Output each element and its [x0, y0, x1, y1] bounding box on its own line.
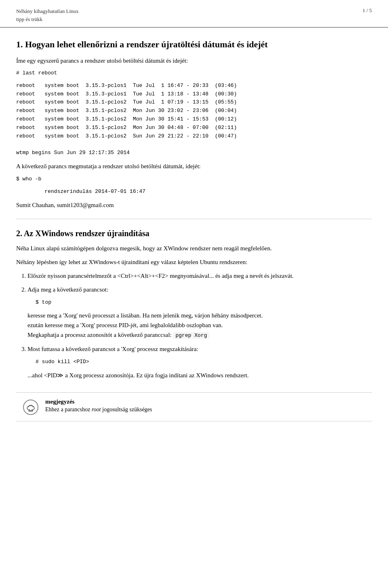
- header-title: Néhány kihagyhatatlan Linux tipp és trük…: [16, 7, 79, 23]
- step2-text-after3: Megkaphatja a processz azonosítót a köve…: [27, 332, 172, 338]
- section2-steps-list: Először nyisson parancsértelmezőt a <Ctr…: [27, 271, 372, 380]
- section-divider-1: [16, 219, 372, 219]
- step2-text-after1: keresse meg a 'Xorg' nevű processzt a li…: [27, 312, 263, 319]
- section1-who-output: rendszerindulás 2014-07-01 16:47: [16, 188, 372, 196]
- step2-text-before: Adja meg a következő parancsot:: [27, 286, 108, 293]
- section1-heading: 1. Hogyan lehet ellenőrizni a rendszer ú…: [16, 39, 372, 51]
- step2-command: $ top: [36, 298, 372, 307]
- section2-heading: 2. Az XWindows rendszer újraindítása: [16, 228, 372, 239]
- section1-author: Sumit Chauhan, sumit1203@gmail.com: [16, 200, 372, 210]
- section1-next-cmd-intro: A következő parancs megmutatja a rendsze…: [16, 161, 372, 171]
- step-3: Most futtassa a következő parancsot a 'X…: [27, 344, 372, 380]
- header-title-line1: Néhány kihagyhatatlan Linux: [16, 8, 79, 14]
- step-2: Adja meg a következő parancsot: $ top ke…: [27, 285, 372, 341]
- note-text: Ehhez a parancshoz root jogosultság szük…: [45, 406, 152, 413]
- page-header: Néhány kihagyhatatlan Linux tipp és trük…: [0, 0, 388, 27]
- section1-intro: Íme egy egyszerű parancs a rendszer utol…: [16, 56, 372, 66]
- note-box: megjegyzés Ehhez a parancshoz root jogos…: [16, 392, 372, 421]
- step1-text: Először nyisson parancsértelmezőt a <Ctr…: [27, 273, 293, 279]
- step-1: Először nyisson parancsértelmezőt a <Ctr…: [27, 271, 372, 281]
- step2-text-after2: ezután keresse meg a 'Xorg' processz PID…: [27, 322, 223, 328]
- svg-point-1: [27, 406, 34, 410]
- section1-command1: # last reboot: [16, 69, 372, 78]
- header-title-line2: tipp és trükk: [16, 16, 42, 22]
- page-content: 1. Hogyan lehet ellenőrizni a rendszer ú…: [0, 27, 388, 434]
- page-number: 1 / 5: [363, 7, 372, 14]
- section1-command2: $ who -b: [16, 175, 372, 184]
- note-content: megjegyzés Ehhez a parancshoz root jogos…: [45, 398, 152, 413]
- note-title: megjegyzés: [45, 398, 152, 405]
- step3-text-after: ...ahol <PID≫ a Xorg processz azonosítój…: [27, 372, 249, 379]
- note-icon: [23, 399, 39, 415]
- section2-intro2: Néhány lépésben így lehet az XWindows-t …: [16, 257, 372, 267]
- step3-command: # sudo kill <PID>: [36, 358, 372, 366]
- section1-reboot-output: reboot system boot 3.15.3-pclos1 Tue Jul…: [16, 82, 372, 157]
- note-text-italic: root: [92, 406, 101, 412]
- step2-pgrep-cmd: pgrep Xorg: [173, 332, 209, 339]
- svg-point-0: [23, 400, 38, 415]
- section2-intro1: Néha Linux alapú számítógépen dolgozva m…: [16, 243, 372, 253]
- note-text-before: Ehhez a parancshoz: [45, 406, 92, 412]
- step3-text-before: Most futtassa a következő parancsot a 'X…: [27, 346, 198, 352]
- note-text-after: jogosultság szükséges: [101, 406, 152, 412]
